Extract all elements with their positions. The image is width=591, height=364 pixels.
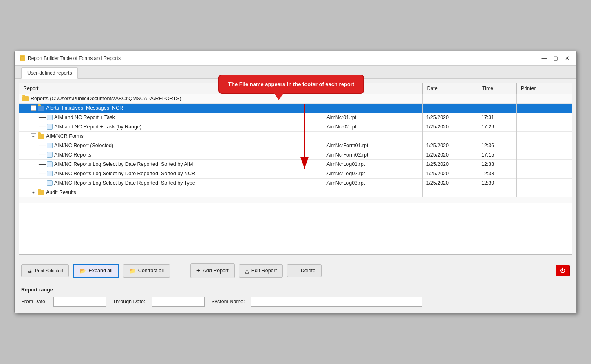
svg-rect-0 bbox=[21, 57, 24, 60]
col-header-date: Date bbox=[423, 83, 478, 94]
through-date-input[interactable] bbox=[152, 297, 205, 307]
toolbar: 🖨 Print Selected 📂 Expand all 📁 Contract… bbox=[15, 259, 576, 282]
add-report-button[interactable]: + Add Report bbox=[190, 263, 235, 278]
app-icon bbox=[20, 55, 25, 61]
tree-line: ── bbox=[39, 180, 45, 186]
report-table-scroll[interactable]: Report File Date Time Printer Reports (C bbox=[19, 83, 572, 254]
add-icon: + bbox=[196, 267, 200, 274]
col-header-time: Time bbox=[478, 83, 516, 94]
print-selected-label: Print Selected bbox=[35, 268, 63, 273]
expand-icon: 📂 bbox=[79, 268, 86, 274]
expand-button[interactable]: + bbox=[31, 190, 36, 195]
root-file bbox=[323, 94, 423, 104]
tree-line: ── bbox=[39, 124, 45, 130]
close-button[interactable]: ✕ bbox=[562, 54, 571, 63]
from-date-input[interactable] bbox=[53, 297, 106, 307]
tree-line: ── bbox=[39, 143, 45, 148]
system-name-label: System Name: bbox=[211, 299, 245, 304]
row-label: Alerts, Initiatives, Messages, NCR bbox=[46, 105, 123, 111]
folder-icon bbox=[38, 134, 44, 139]
table-row-partial bbox=[19, 197, 572, 203]
row-file: AimNcrForm02.rpt bbox=[323, 150, 423, 160]
table-row[interactable]: ── AIM/NC Reports AimNcrForm02.rpt 1/25/… bbox=[19, 150, 572, 160]
folder-icon bbox=[22, 96, 29, 101]
row-label: Audit Results bbox=[46, 190, 76, 195]
edit-report-button[interactable]: △ Edit Report bbox=[239, 264, 283, 278]
contract-all-label: Contract all bbox=[138, 268, 164, 274]
row-label: AIM/NCR Forms bbox=[46, 133, 84, 139]
maximize-button[interactable]: ▢ bbox=[551, 54, 560, 63]
window-title: Report Builder Table of Forms and Report… bbox=[28, 55, 121, 61]
collapse-button[interactable]: − bbox=[31, 133, 36, 139]
report-icon bbox=[47, 143, 53, 148]
row-label: AIM and NC Report + Task bbox=[54, 115, 115, 120]
tree-line: ── bbox=[39, 171, 45, 176]
form-section-title: Report range bbox=[21, 287, 570, 293]
row-file: AimNcrForm01.rpt bbox=[323, 141, 423, 150]
table-row[interactable]: ── AIM/NC Report (Selected) AimNcrForm01… bbox=[19, 141, 572, 150]
power-icon: ⏻ bbox=[560, 268, 565, 274]
tree-line: ── bbox=[39, 161, 45, 167]
table-row[interactable]: ── AIM/NC Reports Log Select by Date Rep… bbox=[19, 160, 572, 169]
collapse-button[interactable]: − bbox=[31, 105, 36, 111]
minimize-button[interactable]: — bbox=[540, 54, 549, 63]
report-table-container: Report File Date Time Printer Reports (C bbox=[19, 83, 572, 255]
row-file: AimNcr02.rpt bbox=[323, 122, 423, 132]
report-icon bbox=[47, 161, 53, 167]
table-row[interactable]: ── AIM/NC Reports Log Select by Date Rep… bbox=[19, 169, 572, 179]
folder-icon bbox=[38, 190, 44, 195]
row-file: AimNcrLog02.rpt bbox=[323, 169, 423, 179]
through-date-label: Through Date: bbox=[113, 299, 146, 304]
delete-label: Delete bbox=[301, 268, 315, 274]
table-row[interactable]: ── AIM and NC Report + Task AimNcr01.rpt… bbox=[19, 113, 572, 122]
row-label: AIM/NC Reports Log Select by Date Report… bbox=[54, 180, 195, 186]
row-label: AIM and NC Report + Task (by Range) bbox=[54, 124, 141, 130]
add-report-label: Add Report bbox=[203, 268, 228, 274]
printer-icon: 🖨 bbox=[27, 268, 33, 274]
folder-icon bbox=[38, 106, 44, 111]
table-row[interactable]: − AIM/NCR Forms bbox=[19, 132, 572, 141]
row-file bbox=[323, 104, 423, 113]
edit-report-label: Edit Report bbox=[251, 268, 277, 274]
expand-all-button[interactable]: 📂 Expand all bbox=[73, 264, 119, 278]
tree-line: ── bbox=[39, 152, 45, 158]
report-icon bbox=[47, 124, 53, 130]
row-file: AimNcr01.rpt bbox=[323, 113, 423, 122]
expand-all-label: Expand all bbox=[88, 268, 112, 274]
form-section: Report range From Date: Through Date: Sy… bbox=[15, 282, 576, 313]
tree-line: ── bbox=[39, 115, 45, 120]
main-window: Report Builder Table of Forms and Report… bbox=[14, 51, 577, 313]
report-icon bbox=[47, 152, 53, 158]
contract-all-button[interactable]: 📁 Contract all bbox=[123, 264, 170, 278]
from-date-label: From Date: bbox=[21, 299, 47, 304]
report-icon bbox=[47, 180, 53, 186]
table-row[interactable]: ── AIM/NC Reports Log Select by Date Rep… bbox=[19, 179, 572, 188]
delete-icon: — bbox=[293, 268, 298, 274]
system-name-input[interactable] bbox=[251, 297, 422, 307]
tab-user-defined-reports[interactable]: User-defined reports bbox=[21, 67, 78, 79]
title-bar: Report Builder Table of Forms and Report… bbox=[15, 51, 576, 66]
root-label: Reports (C:\Users\Public\Documents\ABCI\… bbox=[31, 96, 181, 101]
table-row[interactable]: + Audit Results bbox=[19, 188, 572, 197]
row-file: AimNcrLog03.rpt bbox=[323, 179, 423, 188]
table-row[interactable]: Reports (C:\Users\Public\Documents\ABCI\… bbox=[19, 94, 572, 104]
report-table: Report File Date Time Printer Reports (C bbox=[19, 83, 572, 203]
edit-icon: △ bbox=[245, 268, 249, 274]
row-label: AIM/NC Reports Log Select by Date Report… bbox=[54, 171, 195, 176]
report-icon bbox=[47, 171, 53, 176]
contract-icon: 📁 bbox=[129, 268, 136, 274]
col-header-printer: Printer bbox=[516, 83, 572, 94]
row-label: AIM/NC Report (Selected) bbox=[54, 143, 113, 148]
table-row[interactable]: ── AIM and NC Report + Task (by Range) A… bbox=[19, 122, 572, 132]
row-label: AIM/NC Reports Log Select by Date Report… bbox=[54, 161, 193, 167]
delete-button[interactable]: — Delete bbox=[287, 264, 322, 277]
row-file: AimNcrLog01.rpt bbox=[323, 160, 423, 169]
table-row[interactable]: − Alerts, Initiatives, Messages, NCR bbox=[19, 104, 572, 113]
print-selected-button[interactable]: 🖨 Print Selected bbox=[21, 264, 69, 277]
tooltip-bubble: The File name appears in the footer of e… bbox=[218, 75, 364, 94]
report-icon bbox=[47, 115, 53, 120]
power-button[interactable]: ⏻ bbox=[556, 265, 570, 276]
row-label: AIM/NC Reports bbox=[54, 152, 91, 158]
